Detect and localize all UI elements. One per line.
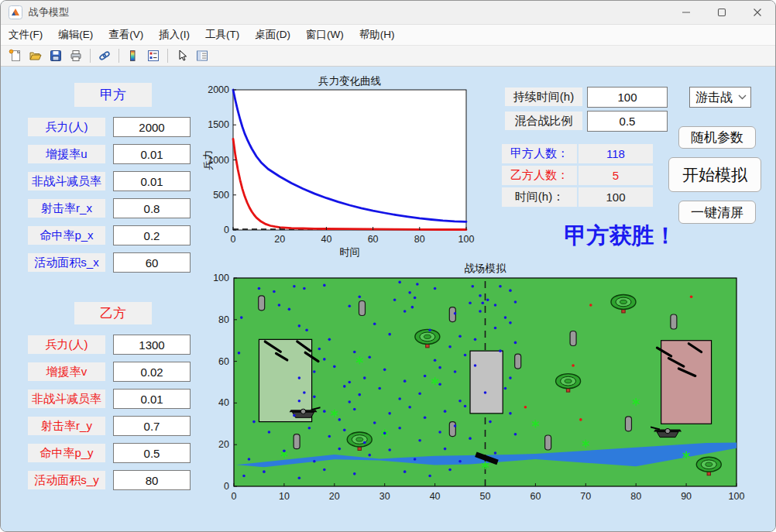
titlebar: 战争模型	[1, 1, 775, 25]
param-label-射击率r_x: 射击率r_x	[28, 199, 105, 218]
param-input-活动面积s_x[interactable]	[113, 252, 191, 273]
x-tick-label: 80	[630, 491, 641, 502]
param-label-射击率r_y: 射击率r_y	[28, 417, 105, 435]
party-b-header: 乙方	[74, 302, 152, 324]
menu-item-3[interactable]: 插入(I)	[151, 25, 197, 45]
param-edit-活动面积s_x	[113, 252, 191, 273]
x-tick-label: 50	[480, 491, 491, 502]
menu-item-6[interactable]: 窗口(W)	[298, 25, 352, 45]
x-tick-label: 20	[329, 491, 340, 502]
param-input-活动面积s_y[interactable]	[113, 470, 191, 490]
property-editor-icon[interactable]	[193, 47, 211, 64]
blue-soldier-dot	[368, 355, 371, 359]
blue-soldier-dot	[418, 439, 421, 442]
insert-colorbar-icon[interactable]	[124, 47, 142, 64]
close-button[interactable]	[740, 1, 775, 24]
save-icon[interactable]	[46, 47, 65, 64]
open-file-icon[interactable]	[26, 47, 45, 64]
x-tick-label: 80	[414, 234, 425, 245]
param-input-非战斗减员率[interactable]	[113, 389, 191, 409]
blue-soldier-dot	[471, 285, 474, 288]
blue-soldier-dot	[328, 338, 331, 342]
x-tick-label: 0	[232, 491, 237, 502]
param-input-非战斗减员率[interactable]	[113, 171, 191, 191]
menu-item-2[interactable]: 查看(V)	[101, 25, 151, 45]
blue-soldier-dot	[428, 328, 431, 331]
new-file-icon[interactable]	[6, 47, 25, 64]
blue-soldier-dot	[368, 454, 371, 457]
y-tick-label: 40	[218, 397, 229, 408]
blue-soldier-dot	[448, 345, 452, 348]
blue-soldier-dot	[383, 432, 386, 435]
result-value-0: 118	[579, 144, 653, 163]
minimize-button[interactable]	[668, 1, 704, 24]
blue-soldier-dot	[268, 431, 271, 434]
menu-item-0[interactable]: 文件(F)	[1, 25, 50, 45]
blue-soldier-dot	[373, 322, 376, 325]
x-tick-label: 100	[729, 491, 745, 502]
blue-soldier-dot	[514, 342, 517, 345]
param-input-兵力(人)[interactable]	[113, 335, 191, 355]
param-edit-射击率r_x	[113, 198, 191, 218]
insert-legend-icon[interactable]	[144, 47, 163, 64]
param-label-非战斗减员率: 非战斗减员率	[28, 172, 105, 190]
param-input-增援率v[interactable]	[113, 362, 191, 382]
blue-soldier-dot	[494, 304, 497, 307]
param-edit-命中率p_y	[113, 443, 191, 463]
blue-soldier-dot	[489, 420, 492, 424]
blue-soldier-dot	[298, 400, 301, 403]
red-soldier-dot	[589, 304, 592, 307]
param-input-射击率r_x[interactable]	[113, 198, 191, 218]
x-tick-label: 40	[430, 491, 441, 502]
sim-input-1[interactable]	[587, 111, 668, 132]
tank-turret	[300, 409, 305, 414]
blue-soldier-dot	[403, 310, 407, 313]
blue-soldier-dot	[323, 410, 326, 413]
sim-input-0[interactable]	[587, 87, 668, 108]
y-tick-label: 1500	[208, 119, 229, 130]
param-input-射击率r_y[interactable]	[113, 416, 191, 436]
blue-soldier-dot	[393, 298, 397, 301]
y-tick-label: 500	[213, 190, 229, 201]
link-icon[interactable]	[95, 47, 114, 64]
red-soldier-dot	[572, 364, 575, 367]
param-label-活动面积s_x: 活动面积s_x	[28, 253, 105, 272]
blue-soldier-dot	[298, 476, 301, 479]
sim-label-0: 持续时间(h)	[505, 88, 582, 106]
blue-soldier-dot	[293, 414, 296, 417]
red-soldier-dot	[524, 406, 527, 409]
blue-soldier-dot	[353, 408, 356, 411]
random-params-button[interactable]: 随机参数	[678, 126, 756, 149]
blue-soldier-dot	[398, 281, 401, 284]
maximize-button[interactable]	[704, 1, 740, 24]
obstacle-pill	[359, 301, 365, 316]
menu-item-1[interactable]: 编辑(E)	[50, 25, 101, 45]
blue-soldier-dot	[454, 312, 457, 315]
start-simulation-button[interactable]: 开始模拟	[668, 157, 761, 192]
edit-plot-icon[interactable]	[173, 47, 191, 64]
tree-canopy-core	[565, 379, 572, 383]
blue-soldier-dot	[263, 470, 266, 473]
param-input-命中率p_x[interactable]	[113, 225, 191, 245]
print-icon[interactable]	[67, 47, 85, 64]
menu-item-7[interactable]: 帮助(H)	[352, 25, 403, 45]
blue-soldier-dot	[414, 458, 417, 461]
app-window: 战争模型 文件(F)编辑(E)查看(V)插入(I)工具(T)桌面(D)窗口(W)…	[0, 0, 776, 532]
blue-soldier-dot	[438, 431, 441, 434]
blue-soldier-dot	[373, 421, 376, 424]
y-tick-label: 0	[224, 225, 229, 235]
obstacle-pill	[545, 435, 551, 450]
obstacle-pill	[259, 296, 265, 311]
blue-soldier-dot	[303, 391, 306, 394]
param-input-兵力(人)[interactable]	[113, 117, 191, 137]
blue-soldier-dot	[398, 397, 401, 400]
menu-item-5[interactable]: 桌面(D)	[247, 25, 298, 45]
y-tick-label: 80	[218, 314, 229, 325]
battle-mode-select[interactable]: 游击战	[689, 87, 751, 108]
param-input-增援率u[interactable]	[113, 144, 191, 164]
menu-item-4[interactable]: 工具(T)	[197, 25, 247, 45]
param-input-命中率p_y[interactable]	[113, 443, 191, 463]
y-tick-label: 20	[218, 439, 229, 450]
blue-soldier-dot	[464, 405, 467, 408]
x-tick-label: 60	[530, 491, 541, 502]
